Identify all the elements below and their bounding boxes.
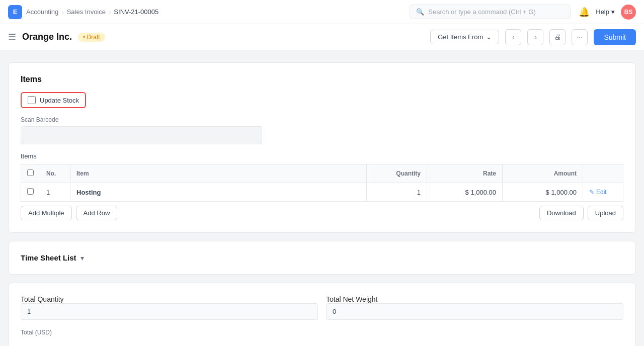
timesheet-title: Time Sheet List — [21, 253, 76, 262]
breadcrumb-sales-invoice[interactable]: Sales Invoice — [67, 8, 106, 16]
total-quantity-value: 1 — [21, 303, 318, 320]
prev-record-button[interactable]: ‹ — [505, 29, 521, 45]
notifications-button[interactable]: 🔔 — [579, 7, 590, 18]
update-stock-label: Update Stock — [40, 97, 79, 104]
scan-barcode-section: Scan Barcode — [21, 116, 623, 144]
scan-barcode-input[interactable] — [21, 126, 262, 144]
table-header-quantity: Quantity — [367, 164, 427, 183]
get-items-from-button[interactable]: Get Items From ⌄ — [430, 30, 499, 44]
summary-grid: Total Quantity 1 Total Net Weight 0 — [21, 295, 623, 320]
table-actions: Add Multiple Add Row Download Upload — [21, 206, 623, 220]
table-actions-right: Download Upload — [539, 206, 623, 220]
menu-toggle-button[interactable]: ☰ — [8, 32, 16, 43]
timesheet-header: Time Sheet List ▾ — [21, 253, 623, 262]
more-options-button[interactable]: ··· — [572, 29, 588, 45]
document-toolbar: ☰ Orange Inc. • Draft Get Items From ⌄ ‹… — [0, 24, 644, 50]
add-multiple-button[interactable]: Add Multiple — [21, 206, 72, 220]
ellipsis-icon: ··· — [577, 33, 583, 41]
table-row: 1 Hosting 1 $ 1,000.00 $ 1,000.00 ✎ Edit — [21, 183, 623, 202]
total-quantity-field: Total Quantity 1 — [21, 295, 318, 320]
row-checkbox[interactable] — [27, 188, 34, 195]
row-quantity: 1 — [367, 183, 427, 202]
chevron-right-icon: › — [534, 33, 536, 41]
row-item: Hosting — [70, 183, 367, 202]
table-header-action — [583, 164, 623, 183]
search-placeholder: Search or type a command (Ctrl + G) — [428, 8, 536, 16]
breadcrumb-accounting[interactable]: Accounting — [26, 8, 58, 16]
app-logo[interactable]: E — [8, 5, 22, 19]
summary-card: Total Quantity 1 Total Net Weight 0 Tota… — [8, 283, 636, 346]
update-stock-container[interactable]: Update Stock — [21, 92, 86, 108]
items-table: No. Item Quantity Rate Amount 1 Hosting … — [21, 164, 623, 202]
row-checkbox-cell — [21, 183, 40, 202]
items-card: Items Update Stock Scan Barcode Items No… — [8, 62, 636, 233]
breadcrumb: Accounting › Sales Invoice › SINV-21-000… — [26, 8, 406, 16]
table-header-checkbox — [21, 164, 40, 183]
search-bar[interactable]: 🔍 Search or type a command (Ctrl + G) — [410, 5, 571, 19]
status-badge: • Draft — [78, 33, 105, 42]
total-usd-section: Total (USD) — [21, 328, 623, 336]
row-amount: $ 1,000.00 — [503, 183, 583, 202]
chevron-left-icon: ‹ — [512, 33, 514, 41]
scan-barcode-label: Scan Barcode — [21, 116, 623, 123]
table-header-amount: Amount — [503, 164, 583, 183]
select-all-checkbox[interactable] — [27, 169, 34, 176]
row-rate: $ 1,000.00 — [427, 183, 503, 202]
edit-icon: ✎ — [589, 189, 594, 196]
top-navigation: E Accounting › Sales Invoice › SINV-21-0… — [0, 0, 644, 24]
table-actions-left: Add Multiple Add Row — [21, 206, 535, 220]
total-net-weight-label: Total Net Weight — [326, 295, 377, 303]
total-quantity-label: Total Quantity — [21, 295, 64, 303]
timesheet-chevron-icon[interactable]: ▾ — [80, 254, 84, 262]
table-header-no: No. — [40, 164, 70, 183]
items-section-title: Items — [21, 75, 623, 84]
next-record-button[interactable]: › — [527, 29, 543, 45]
add-row-button[interactable]: Add Row — [76, 206, 118, 220]
table-header-item: Item — [70, 164, 367, 183]
print-button[interactable]: 🖨 — [549, 29, 566, 45]
timesheet-card: Time Sheet List ▾ — [8, 241, 636, 275]
table-header-rate: Rate — [427, 164, 503, 183]
help-button[interactable]: Help ▾ — [596, 8, 615, 16]
row-action-cell: ✎ Edit — [583, 183, 623, 202]
row-number: 1 — [40, 183, 70, 202]
chevron-down-icon: ⌄ — [486, 33, 492, 41]
chevron-down-icon: ▾ — [611, 8, 615, 16]
main-content: Items Update Stock Scan Barcode Items No… — [0, 50, 644, 346]
top-nav-actions: 🔔 Help ▾ BS — [579, 5, 636, 20]
total-net-weight-field: Total Net Weight 0 — [326, 295, 623, 320]
submit-button[interactable]: Submit — [594, 29, 636, 45]
edit-row-button[interactable]: ✎ Edit — [589, 189, 607, 196]
avatar[interactable]: BS — [621, 5, 636, 20]
total-usd-label: Total (USD) — [21, 329, 52, 336]
search-icon: 🔍 — [416, 8, 424, 16]
update-stock-checkbox[interactable] — [28, 96, 36, 104]
download-button[interactable]: Download — [539, 206, 584, 220]
total-net-weight-value: 0 — [326, 303, 623, 320]
upload-button[interactable]: Upload — [588, 206, 623, 220]
document-title: Orange Inc. — [22, 32, 72, 42]
print-icon: 🖨 — [554, 33, 561, 41]
breadcrumb-current: SINV-21-00005 — [114, 8, 158, 16]
items-table-label: Items — [21, 152, 623, 160]
